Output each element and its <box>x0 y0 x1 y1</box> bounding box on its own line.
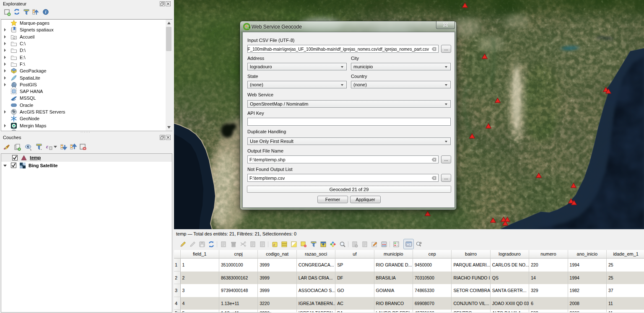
svg-text:ε: ε <box>46 143 49 150</box>
svg-text:i: i <box>45 10 47 14</box>
svg-text:ε: ε <box>273 242 275 247</box>
